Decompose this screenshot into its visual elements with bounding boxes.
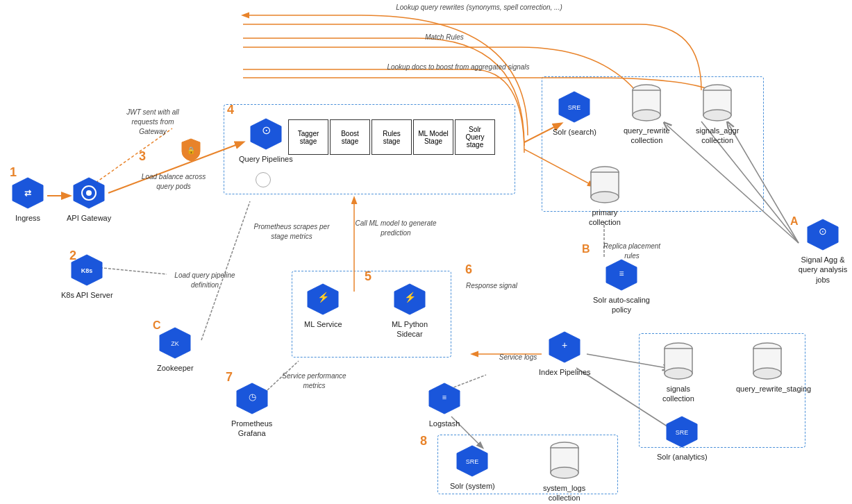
zookeeper-node: ZK Zookeeper	[157, 325, 194, 373]
label-call-ml: Call ML model to generate prediction	[354, 219, 437, 238]
api-gateway-node: API Gateway	[67, 175, 111, 223]
solr-query-stage: Solr Querystage	[455, 119, 495, 155]
svg-point-58	[753, 368, 781, 379]
primary-collection-node: primarycollection	[589, 165, 621, 228]
svg-text:SRE: SRE	[676, 429, 689, 436]
prometheus-grafana-node: ◷ PrometheusGrafana	[231, 380, 272, 439]
label-3: 3	[139, 149, 146, 164]
svg-text:≡: ≡	[619, 269, 624, 278]
signal-agg-node: ⊙ Signal Agg & query analysis jobs	[794, 217, 852, 285]
label-match-rules: Match Rules	[375, 33, 514, 42]
ml-service-node: ⚡ ML Service	[304, 281, 342, 329]
solr-analytics-node: SRE Solr (analytics)	[657, 414, 708, 462]
index-pipelines-node: + Index Pipelines	[539, 329, 591, 377]
label-C: C	[153, 319, 161, 332]
label-lookup-docs: Lookup docs to boost from aggregated sig…	[361, 62, 556, 72]
svg-text:K8s: K8s	[81, 267, 93, 274]
svg-text:+: +	[562, 339, 567, 351]
svg-text:ZK: ZK	[172, 340, 180, 347]
boost-stage: Booststage	[330, 119, 370, 155]
svg-point-48	[591, 192, 619, 203]
query-rewrite-collection-node: query_rewritecollection	[624, 83, 670, 146]
svg-text:⇄: ⇄	[24, 188, 31, 198]
jwt-shield-node: 🔒	[181, 137, 201, 161]
solr-search-node: SRE Solr (search)	[553, 89, 596, 137]
label-prometheus-scrapes: Prometheus scrapes per stage metrics	[250, 222, 333, 242]
svg-text:⚡: ⚡	[317, 292, 330, 303]
query-pipelines-node: ⊙ Query Pipelines	[239, 116, 293, 164]
query-rewrite-staging-node: query_rewrite_staging	[736, 342, 799, 394]
label-6: 6	[465, 262, 472, 277]
diagram-container: 1 2 3 4 5 6 7 8 A B C Lookup query rewri…	[0, 0, 852, 504]
signals-aggr-collection-node: signals_aggrcollection	[696, 83, 739, 146]
label-load-pipeline: Load query pipeline definition	[167, 271, 243, 290]
ml-model-stage: ML ModelStage	[413, 119, 453, 155]
label-lookup-rewrites: Lookup query rewrites (synonyms, spell c…	[354, 3, 604, 12]
svg-text:⚡: ⚡	[404, 292, 417, 303]
signals-collection-node: signalscollection	[662, 342, 694, 404]
label-5: 5	[365, 269, 371, 284]
ml-python-sidecar-node: ⚡ ML Python Sidecar	[378, 281, 441, 339]
svg-point-55	[665, 368, 692, 379]
svg-text:🔒: 🔒	[187, 146, 196, 155]
svg-text:◷: ◷	[248, 392, 256, 402]
svg-text:⊙: ⊙	[261, 124, 270, 136]
svg-text:SRE: SRE	[466, 458, 479, 465]
label-A: A	[790, 215, 799, 228]
label-service-perf: Service performance metrics	[278, 371, 351, 391]
tagger-stage: Taggerstage	[288, 119, 328, 155]
label-load-balance: Load balance across query pods	[135, 172, 212, 192]
rules-stage: Rulesstage	[371, 119, 412, 155]
pipeline-stages: Taggerstage Booststage Rulesstage ML Mod…	[288, 119, 495, 155]
svg-point-22	[86, 190, 92, 196]
ingress-node: ⇄ Ingress	[10, 175, 46, 223]
svg-point-45	[703, 110, 731, 121]
label-7: 7	[226, 370, 233, 385]
solr-system-node: SRE Solr (system)	[450, 443, 495, 491]
svg-point-65	[551, 467, 578, 478]
svg-text:⊙: ⊙	[819, 226, 827, 237]
label-service-logs: Service logs	[490, 353, 546, 362]
label-8: 8	[420, 434, 427, 448]
logstash-node: ≡ Logstash	[426, 380, 462, 428]
solr-autoscaling-node: ≡ Solr auto-scalingpolicy	[593, 257, 650, 315]
label-replica-placement: Replica placement rules	[597, 242, 667, 261]
label-jwt: JWT sent with all requests from Gateway	[118, 108, 187, 137]
label-response-signal: Response signal	[464, 281, 519, 291]
svg-text:SRE: SRE	[568, 104, 581, 111]
label-2: 2	[69, 249, 76, 263]
label-B: B	[582, 243, 590, 255]
svg-text:≡: ≡	[442, 393, 446, 401]
small-circle	[256, 172, 271, 187]
label-4: 4	[227, 103, 234, 117]
system-logs-collection-node: system_logscollection	[543, 441, 585, 503]
label-1: 1	[10, 165, 17, 180]
svg-point-42	[633, 110, 660, 121]
